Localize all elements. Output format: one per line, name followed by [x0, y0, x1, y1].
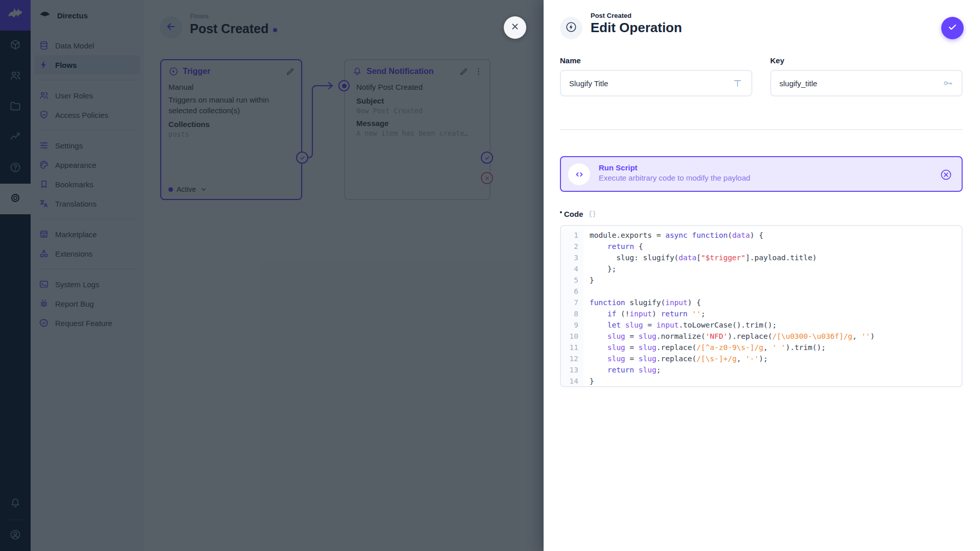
line-number: 9	[561, 319, 583, 331]
code-line-7: 7function slugify(input) {	[561, 297, 962, 308]
name-input-value: Slugify Title	[569, 79, 732, 88]
key-icon	[942, 78, 953, 89]
braces-icon	[587, 209, 597, 219]
key-field-label: Key	[770, 56, 785, 65]
modal-overlay[interactable]	[0, 0, 544, 551]
line-number: 2	[561, 241, 583, 252]
save-operation-button[interactable]	[941, 17, 964, 39]
code-line-3: 3 slug: slugify(data["$trigger"].payload…	[561, 252, 962, 263]
code-line-10: 10 slug = slug.normalize('NFD').replace(…	[561, 331, 962, 342]
run-script-title: Run Script	[599, 163, 750, 172]
bolt-circle-icon	[565, 21, 577, 35]
code-line-11: 11 slug = slug.replace(/[^a-z0-9\s-]/g, …	[561, 342, 962, 353]
code-line-8: 8 if (!input) return '';	[561, 308, 962, 319]
close-icon	[510, 21, 520, 34]
code-line-14: 14}	[561, 375, 962, 387]
line-number: 4	[561, 263, 583, 274]
drawer-divider	[560, 129, 963, 130]
line-number: 8	[561, 308, 583, 319]
name-field-label: Name	[560, 56, 581, 65]
title-icon	[732, 78, 743, 89]
code-line-1: 1module.exports = async function(data) {	[561, 230, 962, 241]
drawer-title: Edit Operation	[591, 20, 682, 36]
code-lines: 1module.exports = async function(data) {…	[561, 226, 962, 387]
key-input[interactable]: slugify_title	[770, 70, 963, 96]
code-line-13: 13 return slug;	[561, 364, 962, 375]
app-root: Directus Data ModelFlowsUser RolesAccess…	[0, 0, 980, 551]
edited-indicator-dot	[560, 211, 562, 213]
run-script-banner[interactable]: Run Script Execute arbitrary code to mod…	[560, 156, 963, 192]
operation-type-icon-button	[560, 17, 582, 39]
code-field-header: Code	[560, 209, 597, 219]
line-number: 11	[561, 342, 583, 353]
run-script-subtitle: Execute arbitrary code to modify the pay…	[599, 173, 750, 182]
line-number: 13	[561, 364, 583, 375]
code-line-12: 12 slug = slug.replace(/[\s-]+/g, '-');	[561, 353, 962, 364]
line-number: 5	[561, 274, 583, 286]
code-line-6: 6	[561, 286, 962, 297]
code-field-label: Code	[564, 210, 583, 218]
code-editor[interactable]: 1module.exports = async function(data) {…	[560, 225, 963, 387]
line-number: 14	[561, 375, 583, 387]
code-line-5: 5}	[561, 274, 962, 286]
close-drawer-button[interactable]	[504, 16, 526, 39]
drawer-context: Post Created	[591, 12, 682, 19]
line-number: 3	[561, 252, 583, 263]
code-line-4: 4 };	[561, 263, 962, 274]
name-input[interactable]: Slugify Title	[560, 70, 752, 96]
line-number: 6	[561, 286, 583, 297]
drawer-header: Post Created Edit Operation	[591, 12, 682, 36]
check-icon	[947, 21, 958, 35]
edit-operation-drawer: Post Created Edit Operation Name Key Slu…	[544, 0, 980, 551]
line-number: 1	[561, 230, 583, 241]
line-number: 12	[561, 353, 583, 364]
code-line-9: 9 let slug = input.toLowerCase().trim();	[561, 319, 962, 331]
line-number: 7	[561, 297, 583, 308]
line-number: 10	[561, 331, 583, 342]
remove-operation-type-button[interactable]	[940, 168, 952, 181]
code-line-2: 2 return {	[561, 241, 962, 252]
key-input-value: slugify_title	[779, 79, 942, 88]
code-icon	[568, 163, 590, 185]
